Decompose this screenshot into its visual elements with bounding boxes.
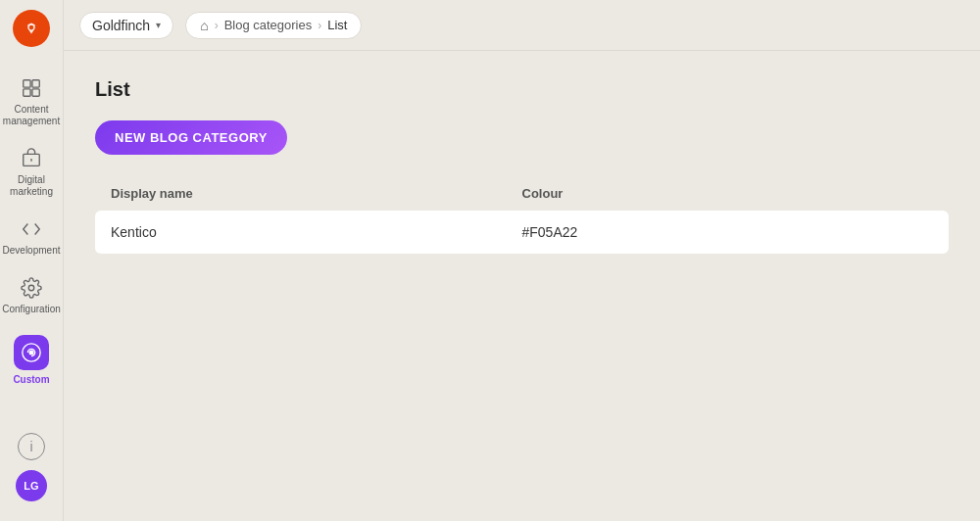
sidebar-item-label-development: Development <box>3 245 61 257</box>
svg-point-1 <box>29 25 34 30</box>
sidebar-item-development[interactable]: Development <box>0 208 63 266</box>
column-display-name: Display name <box>111 186 522 201</box>
user-avatar[interactable]: LG <box>16 470 47 501</box>
digital-marketing-icon <box>20 147 43 170</box>
table-header: Display name Colour <box>95 178 949 209</box>
sidebar-item-digital-marketing[interactable]: Digital marketing <box>0 137 63 208</box>
custom-icon-box <box>14 335 49 370</box>
chevron-down-icon: ▾ <box>156 20 161 30</box>
sidebar-item-configuration[interactable]: Configuration <box>0 266 63 325</box>
sidebar-item-label-configuration: Configuration <box>2 304 60 315</box>
svg-rect-4 <box>24 89 30 96</box>
cell-colour: #F05A22 <box>522 224 934 240</box>
development-icon <box>20 217 43 241</box>
sidebar-item-custom[interactable]: Custom <box>0 325 63 396</box>
svg-rect-5 <box>32 89 39 96</box>
project-selector[interactable]: Goldfinch ▾ <box>79 12 173 39</box>
home-icon: ⌂ <box>200 18 208 33</box>
breadcrumb-category: Blog categories <box>224 18 313 32</box>
cell-display-name: Kentico <box>111 224 522 240</box>
content-management-icon <box>20 76 43 100</box>
blog-categories-table: Display name Colour Kentico #F05A22 <box>95 178 949 254</box>
column-colour: Colour <box>522 186 934 201</box>
info-button[interactable]: i <box>18 433 45 460</box>
sidebar-item-content-management[interactable]: Content management <box>0 67 63 137</box>
sidebar: Content management Digital marketing Dev… <box>0 0 64 521</box>
svg-rect-2 <box>24 80 30 87</box>
breadcrumb-current: List <box>327 18 347 32</box>
page-title: List <box>95 78 949 101</box>
sidebar-item-label-digital-marketing: Digital marketing <box>10 174 53 198</box>
topbar: Goldfinch ▾ ⌂ › Blog categories › List <box>64 0 980 51</box>
sidebar-bottom: i LG <box>16 433 47 511</box>
svg-point-8 <box>28 285 34 291</box>
app-logo[interactable] <box>13 10 50 47</box>
breadcrumb-sep-2: › <box>318 19 321 32</box>
new-blog-category-button[interactable]: NEW BLOG CATEGORY <box>95 120 287 155</box>
svg-rect-3 <box>32 80 39 87</box>
logo-icon <box>21 18 42 39</box>
breadcrumb: ⌂ › Blog categories › List <box>185 12 362 39</box>
info-icon: i <box>29 439 32 454</box>
sidebar-nav: Content management Digital marketing Dev… <box>0 67 63 433</box>
main-area: Goldfinch ▾ ⌂ › Blog categories › List L… <box>64 0 980 521</box>
project-name: Goldfinch <box>92 18 150 33</box>
user-initials: LG <box>24 480 38 492</box>
table-row[interactable]: Kentico #F05A22 <box>95 211 949 254</box>
breadcrumb-sep-1: › <box>215 19 219 32</box>
content-area: List NEW BLOG CATEGORY Display name Colo… <box>64 51 980 521</box>
svg-point-9 <box>29 351 33 355</box>
sidebar-item-label-content-management: Content management <box>3 104 60 127</box>
sidebar-item-label-custom: Custom <box>13 374 49 386</box>
configuration-icon <box>20 276 43 300</box>
